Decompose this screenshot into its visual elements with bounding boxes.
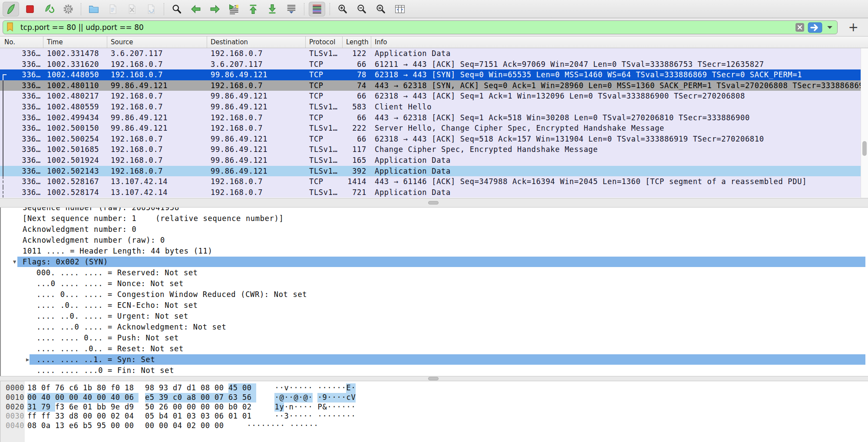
packet-row[interactable]: 336…1002.501685192.168.0.799.86.49.121TL… — [0, 144, 861, 155]
go-last-button[interactable] — [264, 2, 281, 16]
display-filter-input[interactable]: tcp.port == 80 || udp.port == 80 — [3, 20, 838, 34]
cell-src: 99.86.49.121 — [107, 112, 207, 123]
go-back-button[interactable] — [188, 2, 204, 16]
hex-row[interactable]: 0000180f76c61b80f0189893d7d108004500··v·… — [0, 383, 868, 393]
cell-dst: 192.168.0.7 — [207, 112, 306, 123]
column-header-protocol[interactable]: Protocol — [306, 36, 343, 48]
column-header-source[interactable]: Source — [107, 36, 207, 48]
detail-line[interactable]: Acknowledgment number (raw): 0 — [1, 235, 868, 246]
colorize-button[interactable] — [309, 2, 325, 16]
packet-row[interactable]: 336…1002.448050192.168.0.799.86.49.121TC… — [0, 69, 861, 80]
ascii-char: · — [303, 383, 308, 393]
column-header-length[interactable]: Length — [343, 36, 371, 48]
packet-row[interactable]: 336…1002.3314783.6.207.117192.168.0.7TLS… — [0, 48, 861, 59]
detail-line[interactable]: .... 0... .... = Congestion Window Reduc… — [1, 289, 868, 300]
packet-list-scrollbar[interactable] — [861, 48, 868, 198]
detail-line[interactable]: ...0 .... .... = Nonce: Not set — [1, 278, 868, 289]
restart-capture-button[interactable] — [41, 2, 57, 16]
packet-row[interactable]: 336…1002.480559192.168.0.799.86.49.121TL… — [0, 102, 861, 112]
resize-columns-button[interactable] — [392, 2, 408, 16]
detail-line[interactable]: 1011 .... = Header Length: 44 bytes (11) — [1, 246, 868, 257]
ascii-char: c — [346, 393, 351, 402]
pane-splitter-bottom[interactable] — [0, 376, 868, 381]
reload-file-button[interactable] — [143, 2, 159, 16]
zoom-out-button[interactable] — [353, 2, 370, 16]
splitter-grip-icon[interactable] — [428, 201, 439, 205]
expand-arrow-icon[interactable]: ▶ — [26, 354, 30, 365]
column-header-destination[interactable]: Destination — [207, 36, 306, 48]
packet-bytes-pane[interactable]: 0000180f76c61b80f0189893d7d108004500··v·… — [0, 381, 868, 442]
packet-row[interactable]: 336…1002.331620192.168.0.73.6.207.117TCP… — [0, 59, 861, 70]
cell-proto: TCP — [306, 69, 343, 80]
detail-line[interactable]: .... ..0. .... = Urgent: Not set — [1, 311, 868, 322]
capture-options-button[interactable] — [60, 2, 76, 16]
toolbar-separator — [164, 3, 164, 15]
scrollbar-thumb[interactable] — [862, 141, 867, 156]
detail-line[interactable]: Sequence number (raw): 2665041958 — [1, 208, 868, 213]
zoom-in-button[interactable] — [334, 2, 351, 16]
bookmark-icon[interactable] — [7, 22, 14, 33]
ascii-char: · — [309, 421, 314, 431]
packet-list-pane: No.TimeSourceDestinationProtocolLengthIn… — [0, 36, 868, 198]
packet-row[interactable]: 336…1002.502143192.168.0.799.86.49.121TL… — [0, 166, 861, 177]
ascii-char: · — [317, 412, 322, 421]
detail-line[interactable]: ▼Flags: 0x002 (SYN) — [1, 257, 868, 267]
zoom-reset-button[interactable] — [373, 2, 389, 16]
ascii-char: · — [308, 393, 313, 402]
hex-dump: 0000180f76c61b80f0189893d7d108004500··v·… — [0, 381, 868, 431]
column-header-no[interactable]: No. — [0, 36, 43, 48]
find-packet-button[interactable] — [168, 2, 185, 16]
packet-row[interactable]: 336…1002.52817413.107.42.14192.168.0.7TL… — [0, 187, 861, 198]
packet-row[interactable]: 336…1002.49943499.86.49.121192.168.0.7TC… — [0, 112, 861, 123]
hex-row[interactable]: 00100040000040004006e539c0a800076356·@··… — [0, 393, 868, 402]
hex-row[interactable]: 00203179f36e01bb9ed9502600000000b0021y·n… — [0, 402, 868, 412]
hex-row[interactable]: 0030ffff33d80000020405b4010303060101··3·… — [0, 412, 868, 421]
stop-capture-button[interactable] — [22, 2, 38, 16]
packet-details-pane[interactable]: Sequence number (raw): 2665041958[Next s… — [0, 208, 868, 376]
cell-no: 336… — [0, 91, 43, 102]
packet-row[interactable]: 336…1002.480217192.168.0.799.86.49.121TC… — [0, 91, 861, 102]
detail-line[interactable]: 000. .... .... = Reserved: Not set — [1, 267, 868, 278]
detail-line[interactable]: .... .... .0.. = Reset: Not set — [1, 343, 868, 354]
detail-line[interactable]: [Next sequence number: 1 (relative seque… — [1, 213, 868, 224]
clear-filter-icon[interactable] — [795, 22, 805, 33]
detail-line[interactable]: .... .... ...0 = Fin: Not set — [1, 365, 868, 376]
open-file-button[interactable] — [86, 2, 102, 16]
go-to-packet-button[interactable] — [226, 2, 242, 16]
hex-byte: f0 — [111, 383, 125, 393]
hex-byte: 18 — [27, 383, 41, 393]
ascii-char: · — [327, 383, 332, 393]
packet-row[interactable]: 336…1002.501924192.168.0.799.86.49.121TL… — [0, 155, 861, 166]
detail-line[interactable]: .... .... 0... = Push: Not set — [1, 333, 868, 343]
apply-filter-icon[interactable] — [808, 22, 822, 33]
filter-expression[interactable]: tcp.port == 80 || udp.port == 80 — [20, 23, 795, 32]
save-file-button[interactable] — [105, 2, 121, 16]
pane-splitter-top[interactable] — [0, 198, 868, 208]
splitter-grip-icon[interactable] — [428, 377, 439, 380]
detail-line[interactable]: .... .0.. .... = ECN-Echo: Not set — [1, 300, 868, 311]
column-header-time[interactable]: Time — [43, 36, 107, 48]
auto-scroll-button[interactable] — [283, 2, 300, 16]
add-filter-button[interactable]: + — [848, 19, 858, 36]
go-first-button[interactable] — [245, 2, 261, 16]
cell-no: 336… — [0, 48, 43, 59]
hex-byte: 79 — [41, 402, 55, 412]
hex-row[interactable]: 0040080a13e6b5950000000004020000········… — [0, 421, 868, 431]
toolbar-separator — [330, 3, 330, 15]
detail-line[interactable]: .... ...0 .... = Acknowledgment: Not set — [1, 322, 868, 333]
packet-row[interactable]: 336…1002.500254192.168.0.799.86.49.121TC… — [0, 134, 861, 145]
hex-byte: 76 — [55, 383, 69, 393]
cell-time: 1002.480110 — [43, 80, 107, 91]
close-file-button[interactable] — [124, 2, 140, 16]
collapse-arrow-icon[interactable]: ▼ — [13, 257, 17, 267]
detail-line[interactable]: Acknowledgment number: 0 — [1, 224, 868, 235]
packet-row[interactable]: 336…1002.50015099.86.49.121192.168.0.7TL… — [0, 123, 861, 134]
go-forward-button[interactable] — [207, 2, 223, 16]
packet-row[interactable]: 336…1002.52816713.107.42.14192.168.0.7TC… — [0, 176, 861, 187]
packet-row[interactable]: 336…1002.48011099.86.49.121192.168.0.7TC… — [0, 80, 861, 91]
column-header-info[interactable]: Info — [371, 36, 868, 48]
start-capture-button[interactable] — [3, 2, 19, 16]
detail-line[interactable]: ▶.... .... ..1. = Syn: Set — [1, 354, 868, 365]
filter-dropdown-caret-icon[interactable] — [827, 25, 833, 30]
conversation-mark-icon — [3, 112, 7, 123]
